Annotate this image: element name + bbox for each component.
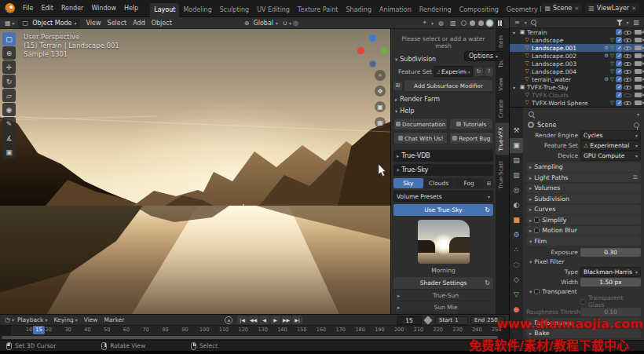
transparent-checkbox[interactable]	[534, 289, 540, 294]
add-primitive-tool[interactable]: ▣	[2, 145, 16, 159]
search-icon[interactable]	[530, 19, 537, 26]
toggle-perspective-button[interactable]: ▦	[375, 117, 386, 128]
disable-in-render-toggle[interactable]	[635, 61, 642, 66]
navigation-gizmo[interactable]	[355, 34, 391, 70]
pan-view-button[interactable]: ✥	[375, 86, 386, 97]
select-box-tool[interactable]: ▢	[2, 32, 16, 46]
hide-in-viewport-toggle[interactable]	[624, 92, 631, 98]
current-frame-field[interactable]: 15	[397, 316, 422, 325]
outliner-row[interactable]: ▾ Landscape.003 ⚙ ▽	[510, 60, 644, 68]
world-properties-tab[interactable]: ◐	[510, 198, 523, 213]
viewport-menu-item[interactable]: Select	[104, 18, 130, 28]
new-collection-icon[interactable]: ▥	[631, 19, 641, 26]
sidebar-tab[interactable]: True-Scatt	[496, 157, 509, 192]
snap-magnet-icon[interactable]: ∪	[281, 20, 289, 27]
transform-tool[interactable]: ◉	[2, 103, 16, 116]
disable-in-render-toggle[interactable]	[635, 100, 642, 105]
workspace-tab[interactable]: Modeling	[179, 3, 215, 17]
collection-checkbox[interactable]	[616, 76, 622, 82]
sky-preset-preview[interactable]	[418, 220, 470, 264]
sidebar-tab[interactable]: View	[496, 74, 509, 95]
shader-section-row[interactable]: True-Sun	[393, 289, 493, 301]
collection-checkbox[interactable]	[616, 37, 622, 43]
refresh-icon[interactable]: ↻	[474, 68, 483, 76]
measure-tool[interactable]: ∡	[2, 131, 16, 144]
modifier-properties-tab[interactable]: ⚙	[510, 228, 523, 243]
view-layer-properties-tab[interactable]: ▥	[510, 168, 523, 183]
scene-selector[interactable]: ▦ Scene ✕	[541, 3, 582, 13]
workspace-tab[interactable]: Animation	[375, 3, 415, 17]
disable-in-render-toggle[interactable]	[635, 93, 642, 97]
jump-to-prev-keyframe-button[interactable]: ◀◀	[248, 316, 258, 324]
shading-material-button[interactable]	[478, 20, 484, 26]
pause-render-button[interactable]	[496, 20, 505, 27]
panel-checkbox[interactable]	[534, 217, 540, 223]
help-link-button[interactable]: Documentation	[393, 118, 448, 130]
help-link-button[interactable]: Report Bug	[449, 132, 493, 144]
outliner-row[interactable]: ▾ Landscape.004 ⚙ ▽	[510, 68, 644, 75]
topbar-menu-item[interactable]: File	[19, 2, 37, 14]
transform-orientation-dropdown[interactable]: ⊕ Global ▾	[243, 20, 278, 27]
properties-panel-header[interactable]: Curves ☰	[526, 205, 641, 214]
help-link-button[interactable]: Tutorials	[449, 118, 493, 130]
outliner-row[interactable]: ▾ TVFX-World Sphere ⚙ ▽	[510, 99, 644, 107]
pixel-filter-subpanel-header[interactable]: Pixel Filter	[526, 257, 641, 267]
properties-panel-header[interactable]: Volumes ☰	[526, 184, 641, 193]
film-panel-header[interactable]: Film	[526, 236, 641, 246]
search-icon[interactable]	[528, 111, 535, 118]
topbar-menu-item[interactable]: Render	[57, 2, 87, 14]
hide-in-viewport-toggle[interactable]	[624, 76, 631, 82]
use-true-sky-button[interactable]: Use True-Sky	[393, 204, 493, 216]
true-vdb-panel-header[interactable]: True-VDB	[393, 150, 493, 162]
playhead[interactable]: 15	[33, 326, 44, 334]
timeline-menu-item[interactable]: Keying ▾	[50, 316, 80, 323]
property-dropdown[interactable]: Experimental	[580, 141, 641, 151]
sky-mode-tab[interactable]: Sky	[393, 178, 423, 188]
topbar-menu-item[interactable]: Window	[87, 2, 120, 14]
outliner-row[interactable]: ▾ Landscape.002 ⚙ ▽	[510, 52, 644, 60]
topbar-menu-item[interactable]: Help	[120, 2, 142, 14]
particles-properties-tab[interactable]: ∴	[510, 243, 523, 257]
frame-start-field[interactable]: Start 1	[435, 316, 468, 325]
filter-icon[interactable]	[616, 20, 623, 26]
transparent-glass-checkbox[interactable]	[580, 299, 586, 305]
viewport-3d[interactable]: User Perspective (15) Terrain | Landscap…	[0, 29, 509, 314]
hide-in-viewport-toggle[interactable]	[624, 29, 631, 35]
keying-set-icon[interactable]	[423, 316, 432, 324]
jump-to-start-button[interactable]: |◀	[237, 316, 247, 324]
sidebar-tab[interactable]: Item	[496, 31, 509, 52]
disable-in-render-toggle[interactable]	[635, 53, 642, 58]
roughness-threshold-field[interactable]: 0.10	[580, 308, 641, 316]
expand-icon[interactable]: ▾	[513, 85, 518, 90]
outliner-row[interactable]: ▾ Terrain ⚙ ▽	[510, 28, 644, 36]
add-subsurface-modifier-button[interactable]: Add Subsurface Modifier	[404, 79, 493, 92]
workspace-tab[interactable]: UV Editing	[253, 3, 294, 17]
cursor-tool[interactable]: ⊕	[2, 46, 16, 60]
axis-z-negative-handle[interactable]	[369, 60, 376, 68]
workspace-tab[interactable]: Shading	[342, 3, 375, 17]
properties-panel-header[interactable]: Motion Blur ☰	[526, 226, 641, 235]
workspace-tab[interactable]: Rendering	[415, 3, 456, 17]
true-sky-panel-header[interactable]: True-Sky	[393, 164, 493, 176]
sky-mode-tab[interactable]: Clouds	[424, 178, 454, 188]
shading-solid-button[interactable]	[470, 20, 475, 26]
axis-z-handle[interactable]	[369, 35, 376, 42]
xray-toggle-icon[interactable]: ▥	[448, 20, 458, 27]
outliner-row[interactable]: ▾ TVFX-Clouds ⚙ ▽	[510, 91, 644, 99]
timeline-ruler[interactable]: 15 1020304050607080901001101201301401501…	[0, 326, 509, 335]
hide-in-viewport-toggle[interactable]	[624, 53, 631, 59]
timeline-menu-item[interactable]: Playback ▾	[14, 316, 50, 323]
disable-in-render-toggle[interactable]	[635, 30, 642, 35]
help-panel-header[interactable]: Help	[393, 105, 493, 117]
sidebar-tab[interactable]: True-VFX	[496, 123, 509, 155]
sky-mode-tab[interactable]: Fog	[454, 178, 484, 188]
move-tool[interactable]: ✛	[2, 60, 16, 74]
hide-in-viewport-toggle[interactable]	[624, 100, 631, 106]
close-icon[interactable]: ✕	[631, 5, 636, 12]
collection-checkbox[interactable]	[616, 45, 622, 51]
collection-checkbox[interactable]	[616, 100, 622, 106]
options-dropdown[interactable]: Options ▾	[464, 51, 503, 61]
property-dropdown[interactable]: GPU Compute	[580, 151, 641, 161]
physics-properties-tab[interactable]: ◌	[510, 257, 523, 272]
collection-checkbox[interactable]	[616, 92, 622, 98]
